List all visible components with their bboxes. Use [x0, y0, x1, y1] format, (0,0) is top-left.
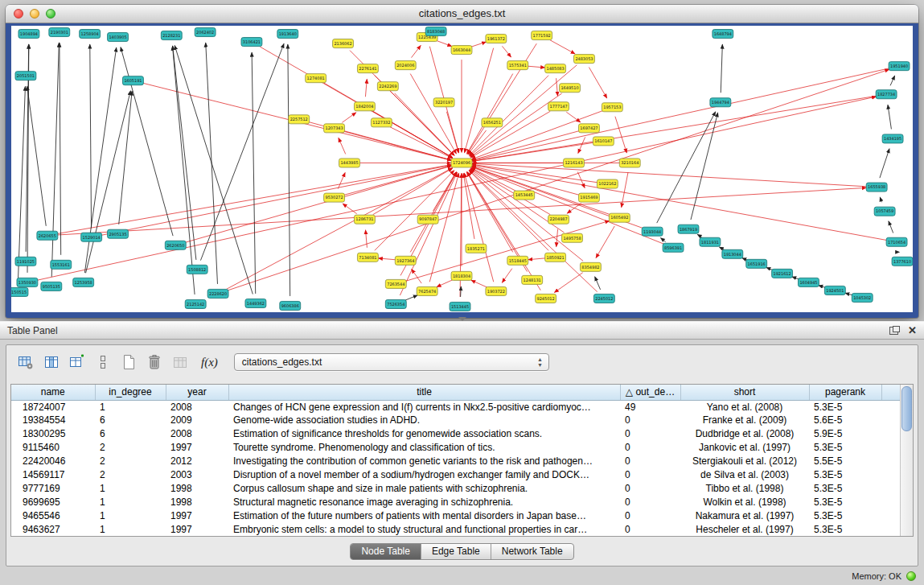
table-cell[interactable]: Genome-wide association studies in ADHD.	[228, 414, 620, 427]
table-row[interactable]: 1830029562008Estimation of significance …	[11, 427, 900, 441]
graph-node[interactable]: 1904894	[18, 30, 39, 39]
tab-node-table[interactable]: Node Table	[351, 544, 421, 559]
graph-node[interactable]: 8183048	[425, 27, 446, 36]
trash-icon[interactable]	[143, 351, 166, 373]
graph-node[interactable]: 1191025	[15, 257, 36, 266]
graph-node[interactable]: 1449362	[245, 299, 266, 307]
graph-node[interactable]: 1193044	[642, 227, 663, 236]
column-select-icon[interactable]	[40, 351, 63, 373]
table-cell[interactable]: 0	[620, 414, 680, 427]
column-header[interactable]: year	[166, 385, 228, 400]
graph-node[interactable]: 1274081	[306, 74, 326, 83]
graph-node[interactable]: 9245012	[536, 294, 556, 303]
new-document-icon[interactable]	[117, 351, 140, 373]
column-header[interactable]: title	[228, 385, 620, 400]
graph-node[interactable]: 1649510	[560, 84, 581, 93]
table-cell[interactable]: 5.9E-5	[809, 427, 881, 441]
table-cell[interactable]: 1	[95, 522, 166, 536]
graph-node[interactable]: 1850921	[545, 253, 566, 262]
graph-node[interactable]: 1604945	[799, 278, 819, 286]
graph-node[interactable]: 1495758	[562, 233, 583, 242]
graph-node[interactable]: 1913044	[722, 249, 743, 258]
graph-node[interactable]: 1951940	[889, 62, 910, 71]
table-row[interactable]: 1456911722003Disruption of a novel membe…	[11, 468, 900, 481]
table-row[interactable]: 1872400712008Changes of HCN gene express…	[11, 400, 900, 414]
table-row[interactable]: 969969511998Structural magnetic resonanc…	[11, 495, 900, 509]
network-canvas[interactable]: 1724096202400612254391663044196137215753…	[11, 26, 913, 312]
table-cell[interactable]: 9465546	[11, 509, 95, 522]
graph-node[interactable]: 1835271	[466, 244, 487, 253]
graph-node[interactable]: 9530272	[324, 193, 345, 202]
graph-node[interactable]: 1022162	[597, 179, 618, 188]
graph-node[interactable]: 1434195	[882, 134, 903, 143]
graph-node[interactable]: 1045302	[852, 293, 873, 302]
graph-node[interactable]: 8596391	[663, 243, 684, 252]
graph-node[interactable]: 1485083	[545, 64, 566, 73]
graph-node[interactable]: 1057459	[874, 207, 895, 216]
graph-node[interactable]: 1513445	[450, 302, 470, 311]
graph-node[interactable]: 1915469	[578, 193, 599, 202]
table-cell[interactable]: Structural magnetic resonance image aver…	[228, 495, 620, 509]
table-cell[interactable]: 0	[620, 495, 680, 509]
graph-node[interactable]: 7625474	[417, 286, 437, 295]
function-builder-button[interactable]: f(x)	[201, 356, 218, 369]
table-cell[interactable]: 19384554	[11, 414, 95, 427]
graph-node[interactable]: 9606386	[280, 301, 301, 310]
graph-node[interactable]: 9150515	[11, 287, 28, 296]
graph-node[interactable]: 2276141	[357, 64, 378, 73]
table-cell[interactable]: 14569117	[11, 468, 95, 481]
table-cell[interactable]: 2	[95, 468, 166, 481]
graph-node[interactable]: 1697427	[578, 124, 599, 133]
table-cell[interactable]: 1	[95, 509, 166, 522]
table-cell[interactable]: Investigating the contribution of common…	[228, 455, 620, 468]
table-select-dropdown[interactable]: citations_edges.txt ▲▼	[234, 353, 549, 371]
graph-node[interactable]: 1842004	[354, 102, 375, 111]
graph-node[interactable]: 7134081	[357, 253, 378, 262]
graph-node[interactable]: 2228620	[207, 289, 228, 298]
graph-node[interactable]: 1927364	[395, 256, 416, 265]
add-column-icon[interactable]	[66, 351, 88, 373]
graph-node[interactable]: 1818304	[451, 271, 472, 280]
graph-node[interactable]: 1610147	[593, 137, 614, 146]
table-cell[interactable]: 2003	[166, 468, 228, 481]
table-cell[interactable]: 2008	[166, 427, 228, 441]
table-cell[interactable]: 0	[620, 522, 680, 536]
graph-node[interactable]: 1944794	[710, 98, 731, 107]
table-cell[interactable]: 1998	[166, 481, 228, 495]
table-row[interactable]: 946362711997Embryonic stem cells: a mode…	[11, 522, 900, 536]
graph-node[interactable]: 1443985	[339, 159, 360, 167]
row-icon[interactable]	[92, 351, 114, 373]
table-cell[interactable]: 2008	[166, 400, 228, 414]
table-cell[interactable]: 0	[620, 427, 680, 441]
table-cell[interactable]: Estimation of significance thresholds fo…	[228, 427, 620, 441]
column-header[interactable]: pagerank	[809, 385, 881, 400]
graph-node[interactable]: 1663044	[451, 46, 472, 55]
table-cell[interactable]: Disruption of a novel member of a sodium…	[228, 468, 620, 481]
table-cell[interactable]: Jankovic et al. (1997)	[680, 441, 809, 455]
table-cell[interactable]: 2012	[166, 455, 228, 468]
table-cell[interactable]: 5.3E-5	[809, 522, 881, 536]
graph-node[interactable]: 1777147	[548, 102, 569, 111]
column-header[interactable]: short	[680, 385, 809, 400]
graph-node[interactable]: 1258904	[80, 30, 101, 39]
tab-network-table[interactable]: Network Table	[491, 544, 573, 559]
graph-node[interactable]: 1710654	[886, 237, 907, 246]
graph-node[interactable]: 2905135	[108, 229, 129, 238]
table-cell[interactable]: 22420046	[11, 455, 95, 468]
graph-node[interactable]: 1518445	[507, 256, 528, 265]
table-cell[interactable]: 2	[95, 441, 166, 455]
graph-node[interactable]: 2051501	[15, 72, 36, 80]
graph-node[interactable]: 1648794	[713, 30, 733, 39]
column-header[interactable]: △ out_de…	[620, 385, 680, 400]
graph-node[interactable]: 1867919	[678, 225, 699, 233]
citation-graph[interactable]: 1724096202400612254391663044196137215753…	[11, 26, 913, 312]
graph-node[interactable]: 1377610	[892, 257, 913, 266]
table-cell[interactable]: de Silva et al. (2003)	[680, 468, 809, 481]
table-cell[interactable]: 1	[95, 495, 166, 509]
table-cell[interactable]: 0	[620, 468, 680, 481]
graph-node[interactable]: 8354982	[580, 262, 601, 271]
graph-node[interactable]: 2245012	[593, 294, 614, 303]
column-header[interactable]: name	[11, 385, 95, 400]
table-row[interactable]: 911546021997Tourette syndrome. Phenomeno…	[11, 441, 900, 455]
table-cell[interactable]: Dudbridge et al. (2008)	[680, 427, 809, 441]
